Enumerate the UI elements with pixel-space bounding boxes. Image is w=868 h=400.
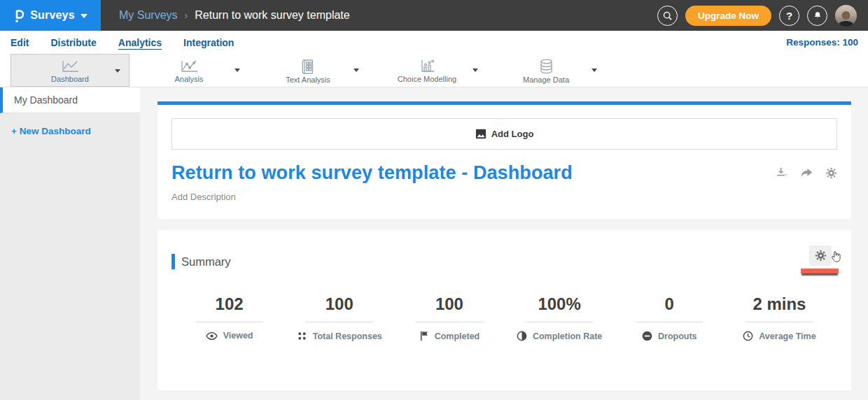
toolbar-item-choice-modelling[interactable]: Choice Modelling bbox=[368, 54, 486, 87]
minus-circle-icon bbox=[642, 331, 652, 341]
stat-total-responses: 100 Total Responses bbox=[284, 294, 394, 341]
notifications-button[interactable] bbox=[807, 6, 827, 26]
product-switcher[interactable]: Surveys bbox=[0, 0, 101, 31]
stat-viewed: 102 Viewed bbox=[174, 294, 284, 341]
toolbar-item-text-analysis[interactable]: Text Analysis bbox=[248, 54, 368, 87]
summary-settings-button[interactable] bbox=[809, 245, 832, 266]
stat-average-time: 2 mins Average Time bbox=[724, 294, 834, 341]
upgrade-now-button[interactable]: Upgrade Now bbox=[685, 6, 771, 26]
stat-dropouts: 0 Dropouts bbox=[615, 294, 724, 341]
analytics-toolbar: Dashboard Analysis bbox=[0, 54, 868, 87]
clock-icon bbox=[743, 331, 753, 341]
chevron-down-icon bbox=[115, 69, 120, 73]
image-icon bbox=[475, 129, 486, 139]
text-analysis-icon bbox=[301, 59, 315, 74]
questionpro-logo-icon bbox=[13, 8, 24, 23]
tab-analytics[interactable]: Analytics bbox=[118, 36, 162, 50]
summary-heading: Summary bbox=[181, 255, 231, 269]
responses-count: Responses: 100 bbox=[786, 37, 858, 48]
new-dashboard-button[interactable]: + New Dashboard bbox=[0, 113, 140, 149]
contrast-icon bbox=[517, 331, 527, 341]
flag-icon bbox=[419, 331, 429, 341]
section-accent-bar bbox=[172, 254, 175, 269]
settings-gear-button[interactable] bbox=[825, 167, 837, 179]
help-button[interactable]: ? bbox=[779, 6, 799, 26]
chevron-down-icon bbox=[472, 69, 478, 72]
bell-icon bbox=[813, 10, 822, 21]
add-logo-button[interactable]: Add Logo bbox=[172, 118, 837, 150]
breadcrumb-separator-icon: › bbox=[185, 10, 188, 21]
app-root: Surveys My Surveys › Return to work surv… bbox=[0, 0, 868, 400]
summary-card: Summary bbox=[158, 230, 851, 390]
summary-header: Summary bbox=[172, 245, 837, 278]
question-mark-icon: ? bbox=[786, 10, 792, 22]
toolbar-item-manage-data[interactable]: Manage Data bbox=[486, 54, 606, 87]
dashboard-sidebar: My Dashboard + New Dashboard bbox=[0, 87, 140, 400]
chevron-down-icon bbox=[80, 14, 88, 18]
analysis-chart-icon bbox=[180, 60, 199, 73]
share-button[interactable] bbox=[800, 167, 813, 179]
header-actions: Upgrade Now ? bbox=[657, 5, 868, 27]
chevron-down-icon bbox=[592, 69, 597, 72]
download-button[interactable] bbox=[776, 166, 788, 179]
title-row: Return to work survey template - Dashboa… bbox=[172, 162, 837, 184]
choice-modelling-icon bbox=[419, 59, 435, 73]
toolbar-item-dashboard[interactable]: Dashboard bbox=[10, 54, 130, 87]
breadcrumb-current: Return to work survey template bbox=[195, 9, 349, 22]
chevron-down-icon bbox=[354, 69, 359, 72]
tab-edit[interactable]: Edit bbox=[10, 36, 29, 50]
dashboard-chart-icon bbox=[61, 60, 80, 73]
title-actions bbox=[776, 162, 837, 179]
dashboard-content: Add Logo Return to work survey template … bbox=[140, 87, 868, 400]
dots-grid-icon bbox=[297, 331, 307, 341]
breadcrumb: My Surveys › Return to work survey templ… bbox=[119, 9, 350, 22]
add-description-placeholder[interactable]: Add Description bbox=[172, 192, 837, 202]
body: My Dashboard + New Dashboard Add Logo bbox=[0, 87, 868, 400]
breadcrumb-my-surveys[interactable]: My Surveys bbox=[119, 9, 178, 22]
eye-icon bbox=[206, 331, 218, 341]
search-button[interactable] bbox=[657, 6, 678, 26]
chevron-down-icon bbox=[234, 69, 240, 72]
stat-completion-rate: 100% Completion Rate bbox=[505, 294, 615, 341]
summary-settings-zone bbox=[799, 245, 837, 278]
survey-nav: Edit Distribute Analytics Integration Re… bbox=[0, 31, 868, 54]
database-icon bbox=[539, 59, 554, 74]
toolbar-item-analysis[interactable]: Analysis bbox=[130, 54, 248, 87]
dashboard-header-card: Add Logo Return to work survey template … bbox=[158, 101, 851, 219]
dashboard-title[interactable]: Return to work survey template - Dashboa… bbox=[172, 162, 573, 184]
tab-integration[interactable]: Integration bbox=[183, 36, 234, 50]
annotation-highlight-bar bbox=[801, 269, 839, 273]
product-name: Surveys bbox=[30, 9, 75, 22]
search-icon bbox=[662, 10, 673, 21]
summary-stats: 102 Viewed bbox=[172, 294, 837, 341]
tab-distribute[interactable]: Distribute bbox=[50, 36, 96, 50]
sidebar-item-my-dashboard[interactable]: My Dashboard bbox=[0, 87, 140, 113]
user-avatar[interactable] bbox=[835, 5, 857, 27]
stat-completed: 100 Completed bbox=[394, 294, 504, 341]
top-header: Surveys My Surveys › Return to work surv… bbox=[0, 0, 868, 31]
